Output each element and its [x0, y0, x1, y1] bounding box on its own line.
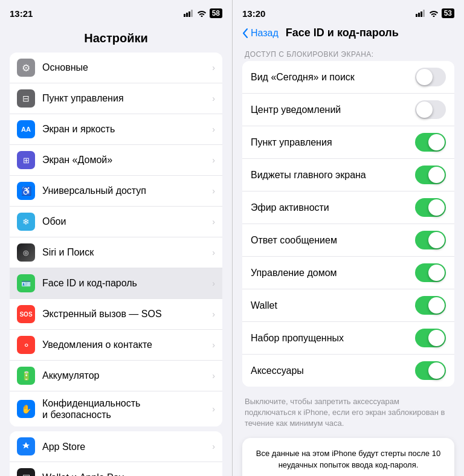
settings-item-appstore[interactable]: App Store › [10, 431, 222, 462]
settings-item-wallet[interactable]: ▣ Wallet и Apple Pay › [10, 462, 222, 476]
item-label-appstore: App Store [42, 441, 207, 452]
chevron-icon: › [212, 248, 215, 257]
svg-rect-6 [420, 11, 422, 17]
toggle-item-wallet: Wallet [242, 289, 454, 322]
chevron-icon: › [212, 278, 215, 288]
chevron-icon: › [212, 155, 215, 165]
svg-rect-1 [186, 13, 188, 17]
settings-list: ⚙ Основные › ⊟ Пункт управления › AA Экр… [0, 53, 232, 476]
item-label-ekran: Экран и яркость [42, 123, 207, 135]
toggle-knob [428, 297, 445, 314]
svg-rect-2 [188, 11, 190, 17]
item-icon-universal: ♿ [17, 182, 35, 200]
toggle-label-widgets: Виджеты главного экрана [251, 170, 415, 181]
chevron-icon: › [212, 309, 215, 319]
alert-message: Все данные на этом iPhone будут стерты п… [242, 438, 454, 476]
item-icon-appstore [17, 437, 35, 455]
toggle-wallet[interactable] [415, 296, 446, 315]
toggle-control[interactable] [415, 133, 446, 152]
item-icon-domoy: ⊞ [17, 151, 35, 169]
toggle-widgets[interactable] [415, 166, 446, 184]
left-status-bar: 13:21 58 [0, 0, 232, 27]
item-icon-ekran: AA [17, 120, 35, 138]
toggle-item-widgets: Виджеты главного экрана [242, 159, 454, 191]
toggle-label-air: Эфир активности [251, 202, 415, 213]
section-header: ДОСТУП С БЛОКИРОВКИ ЭКРАНА: [242, 45, 454, 61]
toggle-label-home: Управление домом [251, 268, 415, 278]
toggle-item-accessories: Аксессуары [242, 355, 454, 387]
back-button[interactable]: Назад [242, 28, 279, 39]
item-label-domoy: Экран «Домой» [42, 154, 207, 166]
toggle-home[interactable] [415, 263, 446, 282]
toggle-item-missed: Набор пропущенных [242, 322, 454, 355]
toggle-knob [428, 232, 445, 248]
left-status-icons: 58 [184, 8, 222, 18]
settings-item-privacy[interactable]: ✋ Конфиденциальность и безопасность › [10, 391, 222, 426]
item-icon-oboi: ❄ [17, 213, 35, 231]
settings-item-universal[interactable]: ♿ Универсальный доступ › [10, 176, 222, 207]
settings-item-ekran[interactable]: AA Экран и яркость › [10, 114, 222, 145]
toggle-knob [428, 362, 445, 379]
settings-item-siri[interactable]: ◎ Siri и Поиск › [10, 237, 222, 268]
item-icon-sos: SOS [17, 305, 35, 323]
item-label-battery: Аккумулятор [42, 370, 207, 381]
toggle-label-today: Вид «Сегодня» и поиск [251, 72, 415, 83]
chevron-icon: › [212, 124, 215, 134]
settings-item-faceid[interactable]: 🪪 Face ID и код-пароль › [10, 268, 222, 299]
toggle-knob [428, 330, 445, 346]
toggle-item-home: Управление домом [242, 257, 454, 289]
settings-item-osnovnye[interactable]: ⚙ Основные › [10, 53, 222, 83]
chevron-icon: › [212, 442, 215, 451]
svg-rect-7 [423, 10, 425, 17]
toggle-knob [428, 134, 445, 150]
accessories-info: Выключите, чтобы запретить аксессуарам п… [242, 391, 454, 438]
left-status-time: 13:21 [10, 8, 33, 19]
toggle-reply[interactable] [415, 231, 446, 249]
settings-item-punkt[interactable]: ⊟ Пункт управления › [10, 83, 222, 114]
toggle-air[interactable] [415, 198, 446, 217]
item-icon-contact: ⚬ [17, 336, 35, 354]
settings-item-oboi[interactable]: ❄ Обои › [10, 207, 222, 237]
item-icon-privacy: ✋ [17, 400, 35, 418]
toggle-knob [428, 265, 445, 281]
svg-rect-4 [416, 14, 417, 17]
settings-item-contact[interactable]: ⚬ Уведомления о контакте › [10, 330, 222, 361]
chevron-icon: › [212, 186, 215, 196]
settings-item-sos[interactable]: SOS Экстренный вызов — SOS › [10, 299, 222, 330]
toggle-today[interactable] [415, 68, 446, 86]
toggle-label-control: Пункт управления [251, 137, 415, 148]
right-panel: 13:20 53 Назад Face ID и код-пароль ДОСТ… [232, 0, 464, 476]
chevron-icon: › [212, 94, 215, 103]
wifi-icon-right [429, 10, 439, 17]
chevron-icon: › [212, 217, 215, 227]
item-label-contact: Уведомления о контакте [42, 339, 207, 350]
item-icon-siri: ◎ [17, 243, 35, 262]
toggle-knob [416, 69, 433, 85]
toggle-notifications[interactable] [415, 100, 446, 119]
settings-item-battery[interactable]: 🔋 Аккумулятор › [10, 361, 222, 391]
toggle-knob [428, 167, 445, 183]
item-icon-faceid: 🪪 [17, 274, 35, 292]
chevron-icon: › [212, 63, 215, 72]
toggle-label-missed: Набор пропущенных [251, 333, 415, 344]
signal-icon [184, 10, 194, 17]
item-label-privacy: Конфиденциальность и безопасность [42, 397, 207, 420]
toggle-missed[interactable] [415, 329, 446, 347]
toggle-knob [416, 101, 433, 118]
item-icon-wallet: ▣ [17, 468, 35, 476]
toggle-label-notifications: Центр уведомлений [251, 105, 415, 115]
toggle-knob [428, 199, 445, 216]
svg-rect-0 [184, 14, 185, 17]
item-label-universal: Универсальный доступ [42, 185, 207, 196]
item-label-sos: Экстренный вызов — SOS [42, 308, 207, 320]
toggle-label-accessories: Аксессуары [251, 365, 415, 376]
right-page-title: Face ID и код-пароль [286, 27, 399, 39]
item-icon-punkt: ⊟ [17, 89, 35, 108]
item-label-wallet: Wallet и Apple Pay [42, 472, 207, 476]
settings-item-domoy[interactable]: ⊞ Экран «Домой» › [10, 145, 222, 176]
item-label-siri: Siri и Поиск [42, 246, 207, 258]
toggle-item-air: Эфир активности [242, 191, 454, 224]
toggle-accessories[interactable] [415, 361, 446, 380]
toggle-label-reply: Ответ сообщением [251, 235, 415, 246]
alert-box: Все данные на этом iPhone будут стерты п… [242, 438, 454, 476]
